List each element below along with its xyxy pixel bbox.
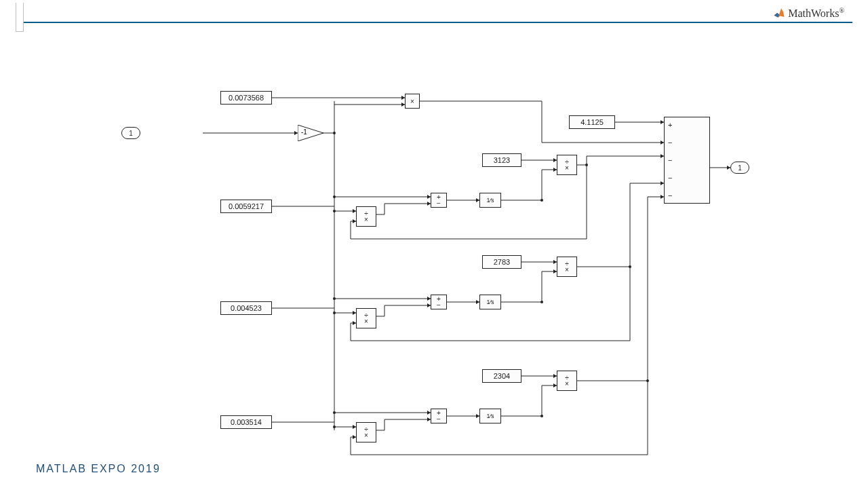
svg-point-2 bbox=[333, 210, 336, 212]
constant-a[interactable]: 0.0059217 bbox=[220, 200, 272, 213]
svg-point-1 bbox=[333, 195, 336, 198]
inport-1[interactable]: 1 bbox=[121, 127, 140, 139]
constant-c[interactable]: 0.003514 bbox=[220, 415, 272, 429]
constant-k-b[interactable]: 2783 bbox=[482, 255, 521, 269]
constant-k-c[interactable]: 2304 bbox=[482, 369, 521, 383]
svg-point-7 bbox=[585, 164, 588, 166]
svg-point-4 bbox=[333, 312, 336, 314]
header-rule bbox=[16, 22, 852, 23]
sum-a[interactable]: + − bbox=[431, 193, 447, 208]
divide-c[interactable]: ÷ × bbox=[356, 422, 376, 442]
footer-text: MATLAB EXPO 2019 bbox=[36, 463, 161, 475]
product-k-c[interactable]: ÷ × bbox=[557, 371, 577, 391]
svg-point-11 bbox=[540, 301, 543, 303]
svg-point-6 bbox=[333, 426, 336, 428]
gain-value: -1 bbox=[301, 128, 307, 136]
constant-b[interactable]: 0.004523 bbox=[220, 301, 272, 315]
product-k-a[interactable]: ÷ × bbox=[557, 155, 577, 175]
mathworks-logo: MathWorks® bbox=[773, 7, 844, 20]
simulink-diagram: 1 1 -1 0.0073568 × 4.1125 + − − − − 0.00… bbox=[203, 76, 738, 466]
gain-block[interactable]: -1 bbox=[298, 125, 323, 141]
integrator-a[interactable]: 1⁄s bbox=[479, 193, 501, 208]
divide-a[interactable]: ÷ × bbox=[356, 206, 376, 227]
svg-point-12 bbox=[540, 415, 543, 417]
svg-point-5 bbox=[333, 411, 336, 414]
sum-b[interactable]: + − bbox=[431, 295, 447, 309]
slide-corner-mark bbox=[16, 3, 24, 32]
svg-point-3 bbox=[333, 297, 336, 300]
signal-lines bbox=[203, 76, 738, 466]
product-k-b[interactable]: ÷ × bbox=[557, 257, 577, 277]
mathworks-icon bbox=[773, 7, 785, 19]
svg-point-8 bbox=[629, 265, 631, 268]
mathworks-label: MathWorks bbox=[788, 7, 839, 19]
divide-b[interactable]: ÷ × bbox=[356, 308, 376, 328]
constant-k-out[interactable]: 4.1125 bbox=[569, 115, 615, 129]
integrator-b[interactable]: 1⁄s bbox=[479, 295, 501, 309]
sum-c[interactable]: + − bbox=[431, 409, 447, 423]
svg-point-10 bbox=[540, 199, 543, 202]
product-top[interactable]: × bbox=[405, 94, 420, 109]
integrator-c[interactable]: 1⁄s bbox=[479, 409, 501, 423]
svg-point-9 bbox=[646, 379, 649, 382]
constant-k-a[interactable]: 3123 bbox=[482, 153, 521, 167]
sum-main[interactable]: + − − − − bbox=[664, 117, 710, 204]
outport-1[interactable]: 1 bbox=[730, 162, 749, 174]
svg-point-0 bbox=[333, 132, 336, 134]
constant-top[interactable]: 0.0073568 bbox=[220, 91, 272, 105]
